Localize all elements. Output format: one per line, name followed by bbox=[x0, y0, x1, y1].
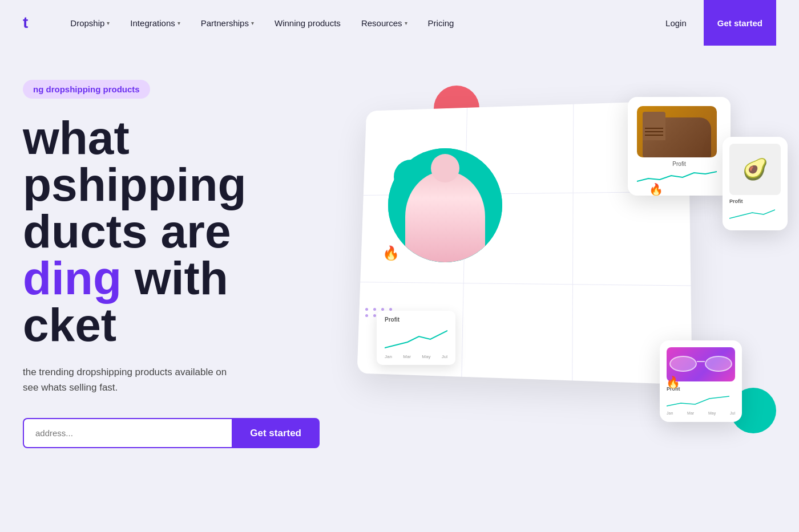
email-input[interactable] bbox=[23, 418, 232, 448]
hero-subtitle: the trending dropshipping products avail… bbox=[23, 364, 297, 395]
chevron-down-icon: ▾ bbox=[107, 20, 110, 26]
nav-actions: Login Get started bbox=[657, 0, 776, 46]
shirt-profit-chart bbox=[729, 204, 775, 221]
nav-get-started-button[interactable]: Get started bbox=[704, 0, 776, 46]
nav-item-partnerships[interactable]: Partnerships ▾ bbox=[193, 14, 262, 33]
boot-product-card: Profit bbox=[628, 97, 731, 196]
chevron-down-icon: ▾ bbox=[177, 20, 180, 26]
nav-item-dropship[interactable]: Dropship ▾ bbox=[62, 14, 118, 33]
boot-profit-chart bbox=[637, 167, 717, 184]
hero-content: ng dropshipping products what pshipping … bbox=[23, 68, 342, 448]
nav-item-pricing[interactable]: Pricing bbox=[420, 14, 462, 33]
navigation: t Dropship ▾ Integrations ▾ Partnerships… bbox=[0, 0, 799, 46]
fire-icon-3: 🔥 bbox=[666, 375, 680, 389]
boot-image bbox=[637, 106, 717, 157]
fire-icon-1: 🔥 bbox=[382, 245, 400, 261]
nav-item-winning-products[interactable]: Winning products bbox=[267, 14, 349, 33]
profit-dates-1: JanMarMayJul bbox=[385, 354, 447, 359]
hero-form: Get started bbox=[23, 418, 320, 448]
hero-title: what pshipping ducts are ding with cket bbox=[23, 115, 342, 348]
profit-chart-1 bbox=[385, 325, 447, 351]
person-illustration bbox=[388, 148, 502, 262]
profit-card-1: Profit JanMarMayJul bbox=[377, 311, 455, 365]
chevron-down-icon: ▾ bbox=[405, 20, 407, 26]
sunglasses-profit-chart bbox=[667, 392, 729, 409]
sunglasses-dates: JanMarMayJul bbox=[667, 411, 735, 415]
nav-links: Dropship ▾ Integrations ▾ Partnerships ▾… bbox=[62, 14, 657, 33]
shirt-profit-label: Profit bbox=[729, 198, 781, 204]
login-link[interactable]: Login bbox=[657, 14, 695, 33]
get-started-button[interactable]: Get started bbox=[232, 418, 320, 448]
profit-label-1: Profit bbox=[385, 316, 447, 323]
nav-item-resources[interactable]: Resources ▾ bbox=[353, 14, 415, 33]
logo[interactable]: t bbox=[23, 14, 28, 32]
hero-section: ng dropshipping products what pshipping … bbox=[0, 46, 799, 532]
shirt-image: 🥑 bbox=[729, 144, 781, 195]
chevron-down-icon: ▾ bbox=[251, 20, 254, 26]
boot-label: Profit bbox=[637, 161, 721, 167]
hero-illustration: 🔥 Profit 🔥 Profit bbox=[320, 68, 776, 468]
fire-icon-2: 🔥 bbox=[649, 182, 663, 196]
hero-badge: ng dropshipping products bbox=[23, 80, 150, 99]
shirt-product-card: 🥑 Profit bbox=[723, 137, 788, 230]
nav-item-integrations[interactable]: Integrations ▾ bbox=[122, 14, 188, 33]
